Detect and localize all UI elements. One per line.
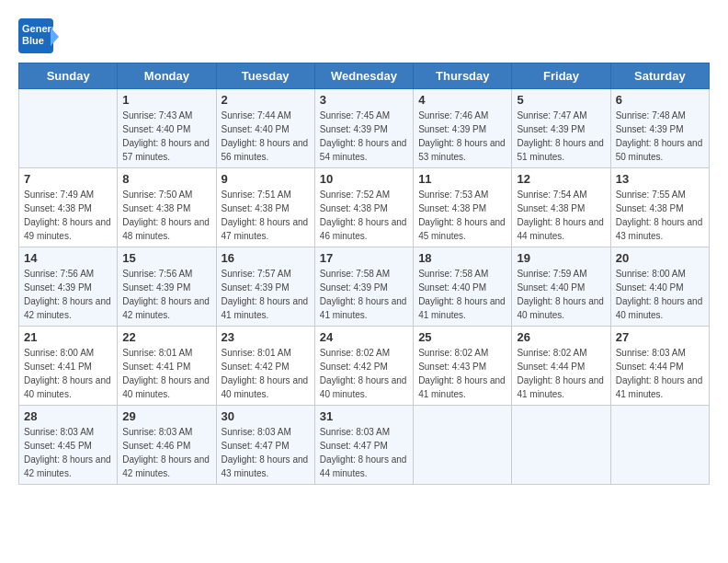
calendar-header: SundayMondayTuesdayWednesdayThursdayFrid… bbox=[19, 63, 710, 89]
calendar-cell: 20 Sunrise: 8:00 AM Sunset: 4:40 PM Dayl… bbox=[610, 247, 709, 327]
calendar-cell: 3 Sunrise: 7:45 AM Sunset: 4:39 PM Dayli… bbox=[314, 89, 413, 168]
day-info: Sunrise: 8:03 AM Sunset: 4:47 PM Dayligh… bbox=[222, 425, 310, 480]
day-number: 14 bbox=[24, 251, 112, 265]
day-number: 5 bbox=[517, 93, 605, 107]
weekday-header-sunday: Sunday bbox=[19, 63, 118, 89]
day-info: Sunrise: 8:03 AM Sunset: 4:44 PM Dayligh… bbox=[616, 346, 704, 401]
day-number: 20 bbox=[616, 251, 704, 265]
calendar-week-1: 1 Sunrise: 7:43 AM Sunset: 4:40 PM Dayli… bbox=[19, 89, 710, 168]
calendar-cell: 1 Sunrise: 7:43 AM Sunset: 4:40 PM Dayli… bbox=[118, 89, 216, 168]
day-number: 29 bbox=[122, 409, 210, 423]
day-info: Sunrise: 7:56 AM Sunset: 4:39 PM Dayligh… bbox=[122, 267, 210, 322]
logo-icon: General Blue bbox=[18, 18, 59, 53]
calendar-cell: 27 Sunrise: 8:03 AM Sunset: 4:44 PM Dayl… bbox=[610, 327, 709, 406]
day-info: Sunrise: 8:03 AM Sunset: 4:46 PM Dayligh… bbox=[122, 425, 210, 480]
day-number: 3 bbox=[320, 93, 408, 107]
day-info: Sunrise: 7:51 AM Sunset: 4:38 PM Dayligh… bbox=[222, 188, 310, 243]
calendar-cell: 7 Sunrise: 7:49 AM Sunset: 4:38 PM Dayli… bbox=[19, 168, 118, 247]
day-info: Sunrise: 8:02 AM Sunset: 4:42 PM Dayligh… bbox=[320, 346, 408, 401]
day-number: 23 bbox=[222, 330, 310, 344]
calendar-cell: 29 Sunrise: 8:03 AM Sunset: 4:46 PM Dayl… bbox=[118, 406, 216, 485]
calendar-cell: 23 Sunrise: 8:01 AM Sunset: 4:42 PM Dayl… bbox=[216, 327, 314, 406]
day-number: 15 bbox=[122, 251, 210, 265]
calendar-cell: 16 Sunrise: 7:57 AM Sunset: 4:39 PM Dayl… bbox=[216, 247, 314, 327]
day-info: Sunrise: 8:02 AM Sunset: 4:44 PM Dayligh… bbox=[517, 346, 605, 401]
day-info: Sunrise: 7:58 AM Sunset: 4:39 PM Dayligh… bbox=[320, 267, 408, 322]
day-number: 7 bbox=[24, 172, 112, 186]
calendar-cell bbox=[19, 89, 118, 168]
calendar-cell: 6 Sunrise: 7:48 AM Sunset: 4:39 PM Dayli… bbox=[610, 89, 709, 168]
calendar-cell bbox=[414, 406, 512, 485]
day-info: Sunrise: 7:46 AM Sunset: 4:39 PM Dayligh… bbox=[418, 109, 506, 164]
day-info: Sunrise: 7:52 AM Sunset: 4:38 PM Dayligh… bbox=[320, 188, 408, 243]
calendar-cell bbox=[512, 406, 610, 485]
calendar-cell: 17 Sunrise: 7:58 AM Sunset: 4:39 PM Dayl… bbox=[314, 247, 413, 327]
calendar-cell: 12 Sunrise: 7:54 AM Sunset: 4:38 PM Dayl… bbox=[512, 168, 610, 247]
day-info: Sunrise: 7:48 AM Sunset: 4:39 PM Dayligh… bbox=[616, 109, 704, 164]
day-info: Sunrise: 7:53 AM Sunset: 4:38 PM Dayligh… bbox=[418, 188, 506, 243]
calendar-cell: 21 Sunrise: 8:00 AM Sunset: 4:41 PM Dayl… bbox=[19, 327, 118, 406]
day-number: 13 bbox=[616, 172, 704, 186]
day-number: 2 bbox=[222, 93, 310, 107]
calendar-table: SundayMondayTuesdayWednesdayThursdayFrid… bbox=[18, 63, 710, 485]
calendar-cell: 31 Sunrise: 8:03 AM Sunset: 4:47 PM Dayl… bbox=[314, 406, 413, 485]
day-number: 8 bbox=[122, 172, 210, 186]
calendar-cell: 10 Sunrise: 7:52 AM Sunset: 4:38 PM Dayl… bbox=[314, 168, 413, 247]
day-number: 21 bbox=[24, 330, 112, 344]
weekday-header-saturday: Saturday bbox=[610, 63, 709, 89]
calendar-cell: 11 Sunrise: 7:53 AM Sunset: 4:38 PM Dayl… bbox=[414, 168, 512, 247]
calendar-cell: 18 Sunrise: 7:58 AM Sunset: 4:40 PM Dayl… bbox=[414, 247, 512, 327]
calendar-cell: 13 Sunrise: 7:55 AM Sunset: 4:38 PM Dayl… bbox=[610, 168, 709, 247]
day-number: 11 bbox=[418, 172, 506, 186]
calendar-cell: 15 Sunrise: 7:56 AM Sunset: 4:39 PM Dayl… bbox=[118, 247, 216, 327]
calendar-cell: 28 Sunrise: 8:03 AM Sunset: 4:45 PM Dayl… bbox=[19, 406, 118, 485]
day-info: Sunrise: 8:03 AM Sunset: 4:45 PM Dayligh… bbox=[24, 425, 112, 480]
day-info: Sunrise: 7:49 AM Sunset: 4:38 PM Dayligh… bbox=[24, 188, 112, 243]
calendar-week-3: 14 Sunrise: 7:56 AM Sunset: 4:39 PM Dayl… bbox=[19, 247, 710, 327]
calendar-cell: 26 Sunrise: 8:02 AM Sunset: 4:44 PM Dayl… bbox=[512, 327, 610, 406]
day-number: 19 bbox=[517, 251, 605, 265]
svg-text:Blue: Blue bbox=[22, 35, 44, 46]
calendar-cell: 30 Sunrise: 8:03 AM Sunset: 4:47 PM Dayl… bbox=[216, 406, 314, 485]
day-info: Sunrise: 7:44 AM Sunset: 4:40 PM Dayligh… bbox=[222, 109, 310, 164]
day-info: Sunrise: 8:02 AM Sunset: 4:43 PM Dayligh… bbox=[418, 346, 506, 401]
day-number: 26 bbox=[517, 330, 605, 344]
day-info: Sunrise: 7:47 AM Sunset: 4:39 PM Dayligh… bbox=[517, 109, 605, 164]
day-number: 4 bbox=[418, 93, 506, 107]
calendar-cell: 19 Sunrise: 7:59 AM Sunset: 4:40 PM Dayl… bbox=[512, 247, 610, 327]
day-info: Sunrise: 8:01 AM Sunset: 4:41 PM Dayligh… bbox=[122, 346, 210, 401]
day-info: Sunrise: 7:56 AM Sunset: 4:39 PM Dayligh… bbox=[24, 267, 112, 322]
day-info: Sunrise: 8:00 AM Sunset: 4:41 PM Dayligh… bbox=[24, 346, 112, 401]
day-number: 1 bbox=[122, 93, 210, 107]
day-info: Sunrise: 7:45 AM Sunset: 4:39 PM Dayligh… bbox=[320, 109, 408, 164]
calendar-cell: 14 Sunrise: 7:56 AM Sunset: 4:39 PM Dayl… bbox=[19, 247, 118, 327]
day-number: 22 bbox=[122, 330, 210, 344]
calendar-cell: 22 Sunrise: 8:01 AM Sunset: 4:41 PM Dayl… bbox=[118, 327, 216, 406]
calendar-cell: 8 Sunrise: 7:50 AM Sunset: 4:38 PM Dayli… bbox=[118, 168, 216, 247]
calendar-week-5: 28 Sunrise: 8:03 AM Sunset: 4:45 PM Dayl… bbox=[19, 406, 710, 485]
day-number: 12 bbox=[517, 172, 605, 186]
day-number: 28 bbox=[24, 409, 112, 423]
day-info: Sunrise: 8:03 AM Sunset: 4:47 PM Dayligh… bbox=[320, 425, 408, 480]
calendar-cell: 25 Sunrise: 8:02 AM Sunset: 4:43 PM Dayl… bbox=[414, 327, 512, 406]
calendar-cell: 4 Sunrise: 7:46 AM Sunset: 4:39 PM Dayli… bbox=[414, 89, 512, 168]
day-number: 30 bbox=[222, 409, 310, 423]
day-info: Sunrise: 8:01 AM Sunset: 4:42 PM Dayligh… bbox=[222, 346, 310, 401]
calendar-cell: 24 Sunrise: 8:02 AM Sunset: 4:42 PM Dayl… bbox=[314, 327, 413, 406]
logo: General Blue bbox=[18, 18, 59, 53]
day-number: 16 bbox=[222, 251, 310, 265]
weekday-header-friday: Friday bbox=[512, 63, 610, 89]
weekday-header-thursday: Thursday bbox=[414, 63, 512, 89]
day-info: Sunrise: 8:00 AM Sunset: 4:40 PM Dayligh… bbox=[616, 267, 704, 322]
day-info: Sunrise: 7:43 AM Sunset: 4:40 PM Dayligh… bbox=[122, 109, 210, 164]
day-number: 9 bbox=[222, 172, 310, 186]
day-number: 27 bbox=[616, 330, 704, 344]
day-info: Sunrise: 7:54 AM Sunset: 4:38 PM Dayligh… bbox=[517, 188, 605, 243]
weekday-header-monday: Monday bbox=[118, 63, 216, 89]
day-number: 31 bbox=[320, 409, 408, 423]
day-info: Sunrise: 7:58 AM Sunset: 4:40 PM Dayligh… bbox=[418, 267, 506, 322]
calendar-cell: 2 Sunrise: 7:44 AM Sunset: 4:40 PM Dayli… bbox=[216, 89, 314, 168]
day-number: 6 bbox=[616, 93, 704, 107]
day-info: Sunrise: 7:55 AM Sunset: 4:38 PM Dayligh… bbox=[616, 188, 704, 243]
calendar-cell: 9 Sunrise: 7:51 AM Sunset: 4:38 PM Dayli… bbox=[216, 168, 314, 247]
